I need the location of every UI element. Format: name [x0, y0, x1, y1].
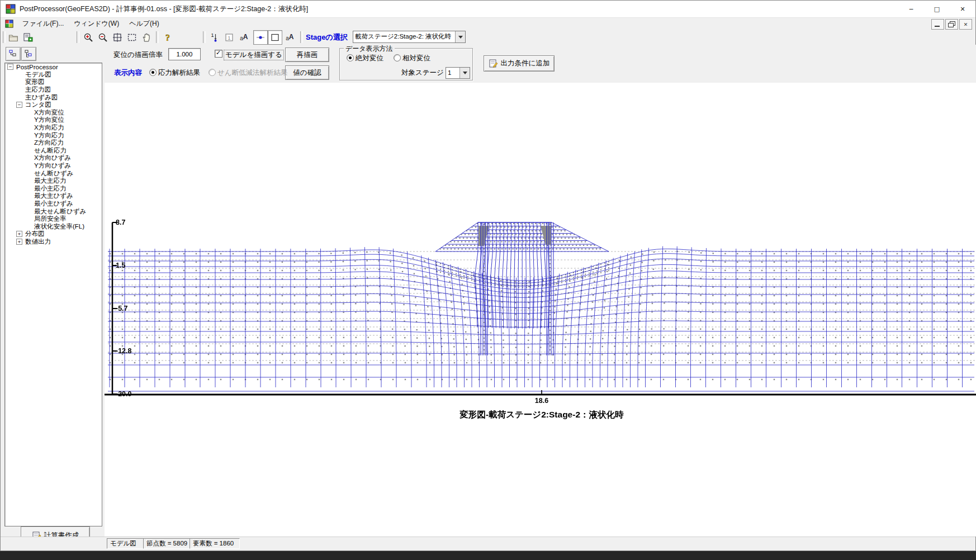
- tree-spacer: [16, 87, 22, 93]
- scale-input[interactable]: [168, 48, 201, 60]
- help-button[interactable]: ?: [160, 30, 175, 45]
- element-font-button[interactable]: a A: [282, 30, 297, 45]
- absolute-disp-radio[interactable]: [347, 54, 354, 61]
- tree-item[interactable]: +数値出力: [5, 238, 102, 246]
- tree-item[interactable]: X方向ひずみ: [5, 154, 102, 162]
- report-output-button[interactable]: [21, 30, 35, 45]
- tree-item[interactable]: X方向変位: [5, 109, 102, 117]
- tree-view-button-2[interactable]: [21, 47, 36, 61]
- shear-reduction-radio[interactable]: [209, 69, 216, 76]
- relative-disp-radio[interactable]: [394, 54, 401, 61]
- app-icon: [6, 4, 16, 14]
- tree-spacer: [16, 72, 22, 78]
- status-bar: モデル図節点数 = 5809要素数 = 1860: [1, 537, 975, 550]
- tree-item[interactable]: Z方向応力: [5, 139, 102, 147]
- target-stage-combo[interactable]: 1: [446, 67, 470, 79]
- add-output-button[interactable]: 出力条件に追加: [484, 55, 555, 72]
- pan-button[interactable]: [139, 30, 154, 45]
- node-font-button[interactable]: a A: [236, 30, 251, 45]
- tree-spacer: [25, 178, 31, 184]
- close-button[interactable]: ✕: [950, 1, 975, 17]
- tree-spacer: [25, 224, 31, 230]
- tree-item[interactable]: 最小主応力: [5, 185, 102, 193]
- control-panel: 変位の描画倍率 ✓ モデルを描画する 再描画 値の確認 表示内容 応力解析結果 …: [105, 45, 976, 83]
- zoom-window-button[interactable]: [125, 30, 139, 45]
- zoom-extents-button[interactable]: [110, 30, 125, 45]
- menu-item[interactable]: ファイル(F)...: [17, 18, 69, 30]
- deformation-plot-canvas[interactable]: [105, 83, 976, 537]
- draw-model-label[interactable]: モデルを描画する: [224, 50, 283, 60]
- tree-collapse-icon: [24, 49, 34, 59]
- stage-select-combo[interactable]: 載荷ステージ2:Stage-2: 液状化時: [353, 31, 466, 43]
- tree-item[interactable]: X方向応力: [5, 124, 102, 132]
- zoom-out-button[interactable]: [96, 30, 110, 45]
- collapse-icon[interactable]: −: [16, 102, 22, 108]
- absolute-disp-label: 絶対変位: [356, 54, 383, 63]
- target-stage-value: 1: [446, 68, 459, 78]
- tree-item[interactable]: −PostProcessor: [5, 63, 102, 71]
- mdi-minimize-button[interactable]: [931, 19, 944, 30]
- tree-spacer: [16, 79, 22, 85]
- menu-item[interactable]: ヘルプ(H): [124, 18, 164, 30]
- tree-item[interactable]: せん断応力: [5, 147, 102, 155]
- chevron-down-icon: [463, 72, 467, 74]
- menu-items: ファイル(F)...ウィンドウ(W)ヘルプ(H): [17, 18, 164, 30]
- chevron-down-icon: [458, 36, 463, 39]
- node-display-button[interactable]: [253, 30, 268, 45]
- target-stage-arrow-button[interactable]: [459, 68, 470, 78]
- minimize-button[interactable]: ─: [898, 1, 924, 17]
- draw-model-checkbox[interactable]: ✓: [215, 50, 222, 58]
- redraw-button[interactable]: 再描画: [285, 48, 329, 62]
- tree-item[interactable]: Y方向ひずみ: [5, 162, 102, 170]
- tree-item[interactable]: +分布図: [5, 230, 102, 238]
- tree-item[interactable]: −コンタ図: [5, 101, 102, 109]
- toolbar-grip: [77, 31, 79, 43]
- element-number-button[interactable]: 1: [222, 30, 236, 45]
- element-font-icon: a A: [285, 32, 295, 42]
- tree-item[interactable]: 液状化安全率(FL): [5, 222, 102, 230]
- relative-disp-label: 相対変位: [402, 54, 430, 63]
- open-file-button[interactable]: [6, 30, 21, 45]
- value-check-button[interactable]: 値の確認: [285, 65, 329, 80]
- tree-spacer: [25, 125, 31, 131]
- menu-item[interactable]: ウィンドウ(W): [69, 18, 124, 30]
- tree-spacer: [25, 163, 31, 169]
- y-axis-tick-label: -5.7: [116, 305, 128, 312]
- element-display-button[interactable]: [268, 30, 282, 45]
- tree-item[interactable]: 局所安全率: [5, 215, 102, 223]
- tree-view-button-1[interactable]: [6, 47, 21, 61]
- expand-icon[interactable]: +: [16, 231, 22, 237]
- zoom-in-button[interactable]: [81, 30, 96, 45]
- tree-item[interactable]: Y方向変位: [5, 116, 102, 124]
- tree-item[interactable]: 最大主応力: [5, 177, 102, 185]
- stage-combo-arrow-button[interactable]: [455, 31, 465, 42]
- tree-spacer: [25, 201, 31, 207]
- collapse-icon[interactable]: −: [7, 64, 13, 70]
- tree-spacer: [25, 148, 31, 154]
- tree: −PostProcessorモデル図変形図主応力図主ひずみ図−コンタ図X方向変位…: [4, 63, 102, 526]
- add-output-label: 出力条件に追加: [501, 59, 550, 68]
- stage-select-value: 載荷ステージ2:Stage-2: 液状化時: [353, 31, 455, 42]
- mdi-restore-button[interactable]: [945, 19, 958, 30]
- toolbar-grip: [3, 31, 6, 43]
- tree-item[interactable]: 最大せん断ひずみ: [5, 207, 102, 215]
- toolbar-grip: [156, 31, 159, 43]
- tree-item[interactable]: 主応力図: [5, 86, 102, 94]
- tree-item[interactable]: 主ひずみ図: [5, 93, 102, 101]
- tree-spacer: [25, 117, 31, 123]
- tree-item[interactable]: Y方向応力: [5, 131, 102, 139]
- mdi-close-button[interactable]: ✕: [959, 19, 972, 30]
- tree-item[interactable]: 最小主ひずみ: [5, 200, 102, 208]
- redraw-label: 再描画: [297, 50, 318, 60]
- check-icon: ✓: [216, 49, 221, 56]
- node-number-icon: 1: [210, 32, 220, 42]
- tree-item[interactable]: 最大主ひずみ: [5, 192, 102, 200]
- stress-result-radio[interactable]: [149, 69, 157, 76]
- stress-result-label: 応力解析結果: [158, 68, 200, 78]
- tree-item[interactable]: モデル図: [5, 71, 102, 79]
- maximize-button[interactable]: □: [924, 1, 950, 17]
- node-number-button[interactable]: 1: [207, 30, 222, 45]
- expand-icon[interactable]: +: [16, 239, 22, 245]
- tree-item[interactable]: 変形図: [5, 78, 102, 86]
- tree-item[interactable]: せん断ひずみ: [5, 169, 102, 177]
